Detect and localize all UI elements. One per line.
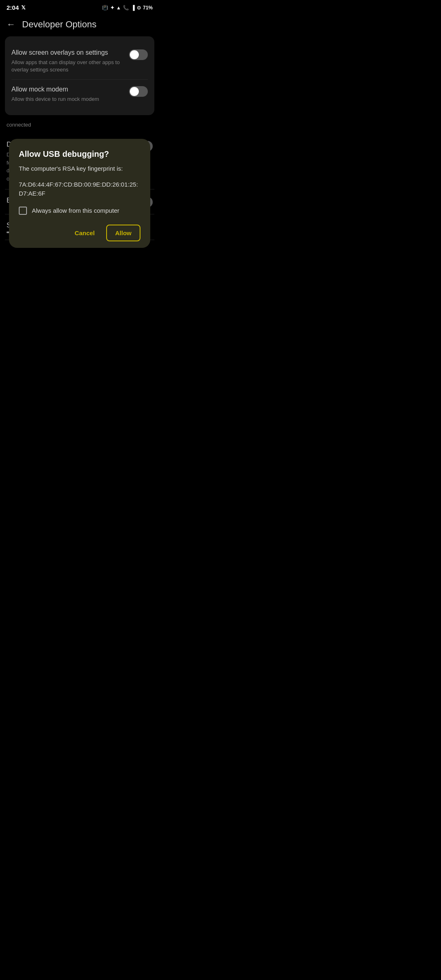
cancel-button[interactable]: Cancel — [67, 225, 103, 241]
dialog-buttons: Cancel Allow — [19, 225, 140, 241]
setting-title-overlays: Allow screen overlays on settings — [11, 49, 124, 57]
battery-percent: 71% — [143, 5, 153, 11]
status-left: 2:04 𝕏 — [7, 4, 25, 11]
setting-desc-modem: Allow this device to run mock modem — [11, 96, 124, 103]
toggle-overlays[interactable] — [129, 49, 148, 60]
toggle-modem[interactable] — [129, 86, 148, 97]
timer-icon: ⊙ — [137, 5, 141, 11]
always-allow-label: Always allow from this computer — [32, 207, 119, 214]
settings-card-top: Allow screen overlays on settings Allow … — [0, 36, 159, 115]
phone-icon: 📞 — [123, 5, 129, 11]
setting-desc-overlays: Allow apps that can display over other a… — [11, 59, 124, 74]
always-allow-checkbox[interactable] — [19, 207, 27, 215]
setting-title-modem: Allow mock modem — [11, 85, 124, 94]
signal-icon: ▐ — [131, 5, 135, 11]
back-button[interactable]: ← — [7, 19, 16, 30]
page-title: Developer Options — [22, 19, 96, 30]
wifi-icon: ▲ — [116, 5, 121, 11]
always-allow-row[interactable]: Always allow from this computer — [19, 207, 140, 215]
settings-card: Allow screen overlays on settings Allow … — [5, 36, 154, 115]
dialog-title: Allow USB debugging? — [19, 149, 140, 159]
twitter-icon: 𝕏 — [21, 4, 25, 11]
dialog-fingerprint: 7A:D6:44:4F:67:CD:BD:00:9E:DD:26:01:25:D… — [19, 180, 140, 198]
dialog-body-prefix: The computer's RSA key fingerprint is: — [19, 165, 123, 172]
status-bar: 2:04 𝕏 📳 ✦ ▲ 📞 ▐ ⊙ 71% — [0, 0, 159, 13]
usb-debug-dialog: Allow USB debugging? The computer's RSA … — [9, 139, 150, 248]
header: ← Developer Options — [0, 13, 159, 36]
bluetooth-icon: ✦ — [110, 5, 114, 11]
setting-item-modem[interactable]: Allow mock modem Allow this device to ru… — [11, 79, 148, 109]
setting-item-overlays[interactable]: Allow screen overlays on settings Allow … — [11, 43, 148, 79]
connected-text: connected — [5, 118, 154, 134]
dialog-body: The computer's RSA key fingerprint is: — [19, 164, 140, 174]
status-time: 2:04 — [7, 4, 19, 11]
allow-button[interactable]: Allow — [106, 225, 140, 241]
vibrate-icon: 📳 — [102, 5, 108, 11]
status-right: 📳 ✦ ▲ 📞 ▐ ⊙ 71% — [102, 5, 153, 11]
